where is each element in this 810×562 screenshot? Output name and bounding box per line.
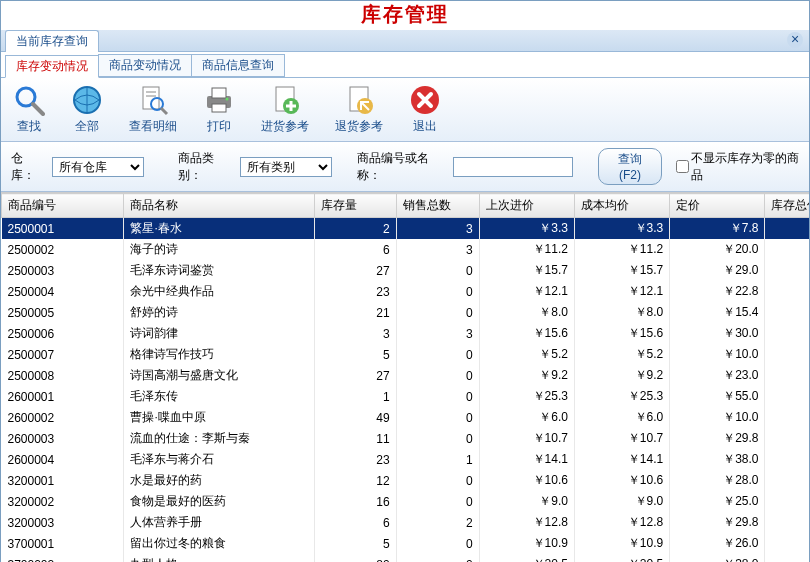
table-row[interactable]: 3200001水是最好的药120￥10.6￥10.6￥28.0￥127.7本（美… [2,470,810,491]
table-row[interactable]: 2600004毛泽东与蒋介石231￥14.1￥14.1￥38.0￥323.4本叶… [2,449,810,470]
warehouse-label: 仓库： [11,150,44,184]
out-ref-button[interactable]: 退货参考 [335,84,383,135]
all-label: 全部 [75,118,99,135]
close-icon[interactable]: × [787,32,803,48]
magnifier-icon [13,84,45,116]
tab-product-change[interactable]: 商品变动情况 [98,54,192,77]
in-ref-button[interactable]: 进货参考 [261,84,309,135]
table-row[interactable]: 2500007格律诗写作技巧50￥5.2￥5.2￥10.0￥26.0本王永义青岛… [2,344,810,365]
table-row[interactable]: 2500003毛泽东诗词鉴赏270￥15.7￥15.7￥29.0￥422.8本臧… [2,260,810,281]
table-row[interactable]: 2500005舒婷的诗210￥8.0￥8.0￥15.4￥168.2本舒婷人民文学… [2,302,810,323]
hide-zero-checkbox-wrap[interactable]: 不显示库存为零的商品 [676,150,799,184]
table-row[interactable]: 2500006诗词韵律33￥15.6￥15.6￥30.0￥46.8本徐志刚文具供… [2,323,810,344]
table-row[interactable]: 2500002海子的诗63￥11.2￥11.2￥20.0￥67.2本海子中国书店… [2,239,810,260]
svg-line-7 [161,108,167,114]
col-sold[interactable]: 销售总数 [396,194,479,218]
category-select[interactable]: 所有类别 [240,157,332,177]
table-row[interactable]: 2500004余光中经典作品230￥12.1￥12.1￥22.8￥277.9本余… [2,281,810,302]
svg-rect-9 [212,88,226,98]
category-label: 商品类别： [178,150,233,184]
col-total[interactable]: 库存总值 [765,194,809,218]
col-avg[interactable]: 成本均价 [574,194,669,218]
find-label: 查找 [17,118,41,135]
col-stock[interactable]: 库存量 [315,194,397,218]
find-button[interactable]: 查找 [13,84,45,135]
document-plus-icon [269,84,301,116]
table-row[interactable]: 3700001留出你过冬的粮食50￥10.9￥10.9￥26.0￥54.6本陈作… [2,533,810,554]
in-ref-label: 进货参考 [261,118,309,135]
svg-point-11 [226,98,229,101]
svg-rect-10 [212,104,226,112]
warehouse-select[interactable]: 所有仓库 [52,157,144,177]
table-row[interactable]: 2500008诗国高潮与盛唐文化270￥9.2￥9.2￥23.0￥248.4本葛… [2,365,810,386]
table-row[interactable]: 2600001毛泽东传10￥25.3￥25.3￥55.0￥25.3本（美）特里人… [2,386,810,407]
hide-zero-checkbox[interactable] [676,160,689,173]
table-row[interactable]: 3200003人体营养手册62￥12.8￥12.8￥29.8￥76.9本（英）帕… [2,512,810,533]
col-name[interactable]: 商品名称 [124,194,315,218]
tab-stock-change[interactable]: 库存变动情况 [5,55,99,78]
print-label: 打印 [207,118,231,135]
tab-product-info[interactable]: 商品信息查询 [191,54,285,77]
table-row[interactable]: 3200002食物是最好的医药160￥9.0￥9.0￥25.0￥144.0本[日… [2,491,810,512]
code-label: 商品编号或名称： [357,150,445,184]
exit-label: 退出 [413,118,437,135]
detail-label: 查看明细 [129,118,177,135]
page-title: 库存管理 [1,1,809,30]
exit-button[interactable]: 退出 [409,84,441,135]
col-last[interactable]: 上次进价 [479,194,574,218]
print-button[interactable]: 打印 [203,84,235,135]
all-button[interactable]: 全部 [71,84,103,135]
hide-zero-label: 不显示库存为零的商品 [691,150,799,184]
table-row[interactable]: 2600002曹操·喋血中原490￥6.0￥6.0￥10.0￥294.0本子金山… [2,407,810,428]
col-id[interactable]: 商品编号 [2,194,124,218]
globe-icon [71,84,103,116]
svg-line-1 [33,104,43,114]
table-row[interactable]: 3700002九型人格800￥20.5￥20.5￥38.0￥1,641.6本（美… [2,554,810,562]
data-grid[interactable]: 商品编号 商品名称 库存量 销售总数 上次进价 成本均价 定价 库存总值 单位 … [1,192,809,562]
document-arrow-icon [343,84,375,116]
col-price[interactable]: 定价 [670,194,765,218]
printer-icon [203,84,235,116]
close-circle-icon [409,84,441,116]
out-ref-label: 退货参考 [335,118,383,135]
detail-button[interactable]: 查看明细 [129,84,177,135]
query-button[interactable]: 查询(F2) [598,148,662,185]
document-magnifier-icon [137,84,169,116]
code-input[interactable] [453,157,573,177]
table-row[interactable]: 2500001繁星·春水23￥3.3￥3.3￥7.8￥6.6本冰心时代文艺出版 [2,218,810,240]
table-row[interactable]: 2600003流血的仕途：李斯与秦110￥10.7￥10.7￥29.8￥118.… [2,428,810,449]
outer-tab-current-stock[interactable]: 当前库存查询 [5,30,99,52]
